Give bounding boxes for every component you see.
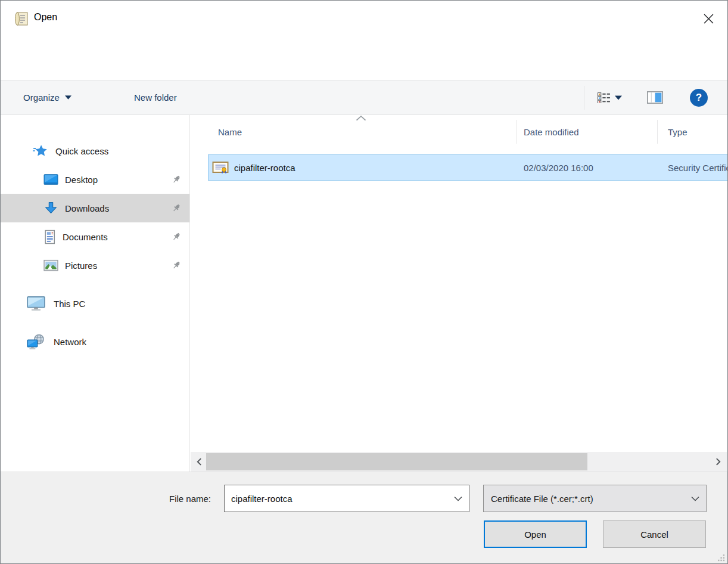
this-pc-icon [27, 296, 45, 312]
main-area: Quick access Desktop [1, 115, 727, 472]
sidebar-label: Desktop [65, 175, 98, 185]
title-bar: Open [1, 1, 727, 38]
sidebar-item-pictures[interactable]: Pictures [1, 251, 189, 280]
scrollbar-left-icon [197, 458, 202, 466]
resize-grip-icon[interactable] [717, 554, 725, 562]
sidebar-label: This PC [54, 299, 85, 309]
file-name: cipafilter-rootca [234, 163, 295, 173]
footer-bar: File name: Certificate File (*.cer;*.crt… [1, 472, 727, 563]
column-header-name[interactable]: Name [208, 120, 517, 144]
sidebar-item-this-pc[interactable]: This PC [1, 289, 189, 318]
file-list: Name Date modified Type cipafilter-rootc… [191, 115, 727, 472]
sidebar-item-documents[interactable]: Documents [1, 222, 189, 251]
navigation-pane: Quick access Desktop [1, 115, 190, 472]
column-headers: Name Date modified Type [208, 120, 727, 144]
file-type-dropdown-button[interactable] [685, 485, 706, 512]
preview-pane-icon [647, 91, 663, 104]
pin-icon [172, 232, 181, 241]
close-button[interactable] [695, 5, 721, 32]
window-title: Open [34, 12, 57, 23]
downloads-folder-icon [43, 201, 58, 216]
column-header-type[interactable]: Type [658, 120, 727, 144]
file-date-modified: 02/03/2020 16:00 [517, 163, 658, 173]
cancel-button[interactable]: Cancel [603, 520, 706, 548]
file-type-select[interactable]: Certificate File (*.cer;*.crt) [483, 485, 707, 512]
scrollbar-left-button[interactable] [194, 452, 204, 472]
combo-chevron-icon [691, 496, 699, 501]
scrollbar-thumb[interactable] [206, 453, 587, 470]
open-button[interactable]: Open [484, 520, 587, 548]
command-toolbar: Organize New folder [1, 80, 727, 115]
sidebar-label: Pictures [65, 261, 97, 271]
network-icon [27, 334, 45, 350]
sidebar-item-network[interactable]: Network [1, 327, 189, 356]
documents-icon [43, 230, 56, 244]
scrollbar-right-button[interactable] [713, 452, 723, 472]
help-icon: ? [690, 89, 708, 107]
file-name-input[interactable] [225, 493, 447, 504]
pictures-icon [43, 259, 58, 272]
sidebar-label: Downloads [65, 203, 109, 213]
sidebar-item-desktop[interactable]: Desktop [1, 165, 189, 194]
file-name-combobox [224, 485, 469, 512]
help-glyph: ? [696, 92, 702, 104]
change-view-button[interactable] [598, 92, 622, 103]
pin-icon [172, 175, 181, 184]
sidebar-label: Documents [63, 232, 108, 242]
pin-icon [172, 261, 181, 270]
certificate-icon [212, 160, 229, 175]
sidebar-item-quick-access[interactable]: Quick access [1, 137, 189, 165]
organize-button[interactable]: Organize [23, 80, 71, 114]
toolbar-divider [584, 86, 584, 110]
file-name-dropdown-button[interactable] [447, 485, 469, 512]
new-folder-button[interactable]: New folder [134, 80, 177, 114]
desktop-icon [43, 173, 58, 186]
new-folder-label: New folder [134, 92, 177, 103]
pin-icon [172, 203, 181, 213]
scroll-icon [13, 10, 30, 28]
preview-pane-button[interactable] [647, 91, 663, 104]
horizontal-scrollbar[interactable] [191, 452, 727, 472]
column-header-date-modified[interactable]: Date modified [517, 120, 658, 144]
open-dialog-window: Open [0, 0, 728, 564]
close-icon [704, 14, 714, 24]
organize-caret-icon [65, 95, 71, 100]
file-row[interactable]: cipafilter-rootca 02/03/2020 16:00 Secur… [208, 154, 727, 181]
scrollbar-right-icon [715, 458, 721, 466]
sidebar-item-downloads[interactable]: Downloads [1, 194, 189, 222]
file-name-label: File name: [120, 485, 211, 512]
navigation-bar: This PC Downloads [1, 38, 727, 80]
help-button[interactable]: ? [690, 89, 708, 107]
quick-access-star-icon [33, 144, 48, 158]
organize-label: Organize [23, 92, 60, 103]
file-type-value: Certificate File (*.cer;*.crt) [484, 494, 685, 504]
combo-chevron-icon [454, 496, 462, 501]
sidebar-label: Network [54, 337, 86, 347]
sidebar-label: Quick access [55, 146, 108, 156]
view-dropdown-caret-icon [615, 95, 622, 100]
file-type: Security Certificate [658, 163, 727, 173]
details-view-icon [598, 92, 611, 103]
